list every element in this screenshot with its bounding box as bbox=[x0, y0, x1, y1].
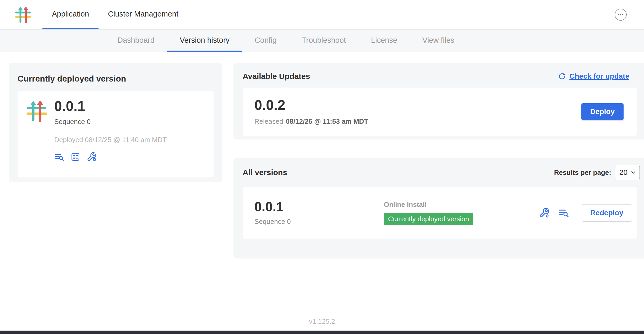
tab-config[interactable]: Config bbox=[242, 30, 289, 52]
results-per-page-label: Results per page: bbox=[554, 169, 611, 177]
all-versions-title: All versions bbox=[243, 168, 287, 177]
deploy-button[interactable]: Deploy bbox=[581, 103, 624, 120]
refresh-icon bbox=[558, 72, 566, 80]
tab-troubleshoot[interactable]: Troubleshoot bbox=[289, 30, 358, 52]
tab-dashboard-label: Dashboard bbox=[117, 36, 155, 45]
tab-cluster-management[interactable]: Cluster Management bbox=[99, 0, 188, 29]
top-header: Application Cluster Management bbox=[0, 0, 644, 30]
app-subnav: Dashboard Version history Config Trouble… bbox=[0, 30, 644, 52]
tab-license[interactable]: License bbox=[358, 30, 410, 52]
deployed-version-number: 0.0.1 bbox=[54, 99, 167, 114]
check-for-update-label: Check for update bbox=[569, 72, 629, 80]
app-logo-icon bbox=[26, 100, 48, 122]
released-prefix: Released bbox=[254, 117, 283, 125]
redeploy-button[interactable]: Redeploy bbox=[582, 204, 632, 222]
chevron-down-icon bbox=[630, 169, 636, 176]
available-update-row: 0.0.2 Released08/12/25 @ 11:53 am MDT De… bbox=[243, 88, 637, 136]
available-updates-card: Available Updates Check for update 0.0.2 bbox=[233, 63, 644, 139]
edit-config-icon[interactable] bbox=[539, 207, 550, 218]
deployed-action-icons bbox=[54, 152, 167, 162]
bottom-bar bbox=[0, 331, 644, 334]
currently-deployed-card: Currently deployed version 0.0.1 Sequenc… bbox=[9, 63, 222, 182]
view-logs-icon[interactable] bbox=[54, 152, 64, 162]
update-version-number: 0.0.2 bbox=[254, 98, 368, 112]
preflight-checks-icon[interactable] bbox=[70, 152, 80, 162]
header-tabs: Application Cluster Management bbox=[42, 0, 188, 29]
main-content: Currently deployed version 0.0.1 Sequenc… bbox=[0, 52, 644, 258]
tab-application[interactable]: Application bbox=[42, 0, 99, 29]
view-logs-icon[interactable] bbox=[558, 207, 569, 218]
tab-version-history-label: Version history bbox=[180, 36, 230, 45]
row-install-type: Online Install bbox=[384, 201, 539, 209]
ellipsis-icon bbox=[617, 11, 625, 19]
tab-version-history[interactable]: Version history bbox=[167, 30, 242, 52]
check-for-update-link[interactable]: Check for update bbox=[558, 72, 629, 80]
deployed-version-panel: 0.0.1 Sequence 0 Deployed 08/12/25 @ 11:… bbox=[18, 91, 214, 177]
version-row: 0.0.1 Sequence 0 Online Install Currentl… bbox=[243, 187, 637, 239]
app-logo-icon bbox=[15, 6, 32, 23]
update-released-text: Released08/12/25 @ 11:53 am MDT bbox=[254, 117, 368, 126]
all-versions-card: All versions Results per page: 20 bbox=[233, 158, 644, 258]
edit-config-icon[interactable] bbox=[87, 152, 97, 162]
deployed-sequence-label: Sequence 0 bbox=[54, 118, 167, 126]
row-sequence-label: Sequence 0 bbox=[254, 218, 384, 226]
tab-troubleshoot-label: Troubleshoot bbox=[302, 36, 346, 45]
tab-dashboard[interactable]: Dashboard bbox=[105, 30, 167, 52]
available-updates-title: Available Updates bbox=[243, 72, 310, 81]
results-per-page-select[interactable]: 20 bbox=[615, 166, 640, 179]
released-date: 08/12/25 @ 11:53 am MDT bbox=[286, 117, 368, 125]
currently-deployed-badge: Currently deployed version bbox=[384, 213, 473, 225]
deployed-date-text: Deployed 08/12/25 @ 11:40 am MDT bbox=[54, 136, 167, 144]
results-per-page-value: 20 bbox=[619, 168, 627, 177]
tab-config-label: Config bbox=[255, 36, 277, 45]
row-version-number: 0.0.1 bbox=[254, 200, 384, 214]
tab-license-label: License bbox=[371, 36, 397, 45]
tab-application-label: Application bbox=[52, 10, 89, 18]
console-version-text: v1.125.2 bbox=[0, 317, 644, 326]
overflow-menu-button[interactable] bbox=[615, 9, 627, 21]
currently-deployed-title: Currently deployed version bbox=[18, 74, 214, 84]
tab-view-files[interactable]: View files bbox=[410, 30, 467, 52]
tab-view-files-label: View files bbox=[422, 36, 454, 45]
row-actions: Redeploy bbox=[539, 204, 632, 222]
tab-cluster-management-label: Cluster Management bbox=[108, 10, 178, 18]
